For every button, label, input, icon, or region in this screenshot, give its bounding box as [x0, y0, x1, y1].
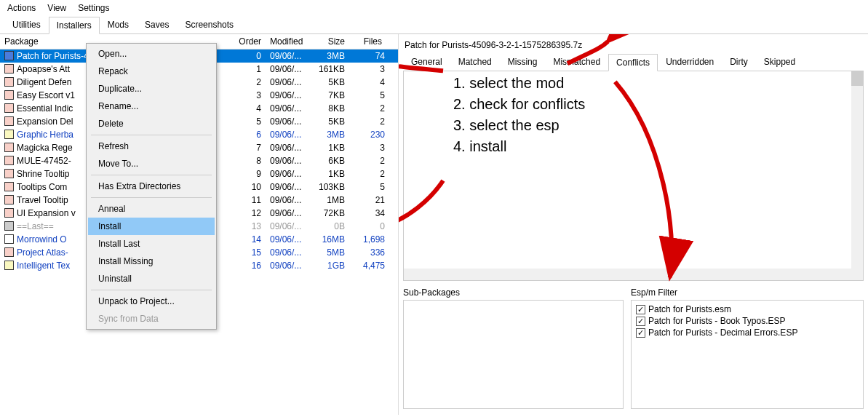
package-order: 13 [233, 220, 266, 233]
col-modified-header[interactable]: Modified [266, 34, 309, 49]
package-modified: 09/06/... [266, 246, 309, 259]
package-checkbox[interactable] [4, 182, 14, 191]
col-order-header[interactable]: Order [233, 34, 266, 49]
package-name: Apoapse's Att [17, 64, 70, 74]
tab-screenshots[interactable]: Screenshots [177, 16, 242, 33]
right-tab-mismatched[interactable]: Mismatched [545, 53, 608, 71]
package-name: Diligent Defen [17, 77, 71, 87]
menu-actions[interactable]: Actions [7, 3, 36, 13]
package-checkbox[interactable] [4, 64, 14, 74]
package-checkbox[interactable] [4, 247, 14, 257]
package-checkbox[interactable] [4, 130, 14, 139]
right-panel: Patch for Purists-45096-3-2-1-1575286395… [399, 34, 868, 415]
menu-item-unpack-to-project[interactable]: Unpack to Project... [88, 293, 215, 310]
menu-item-install-missing[interactable]: Install Missing [88, 253, 215, 270]
package-size: 1KB [309, 141, 349, 154]
sub-packages-box[interactable] [403, 300, 624, 409]
menu-item-open[interactable]: Open... [88, 45, 215, 63]
package-checkbox[interactable] [4, 261, 14, 270]
tab-installers[interactable]: Installers [49, 17, 100, 34]
menu-item-has-extra-directories[interactable]: Has Extra Directories [88, 178, 215, 195]
package-checkbox[interactable] [4, 221, 14, 231]
horizontal-scrollbar[interactable] [404, 269, 851, 280]
esp-checkbox[interactable] [636, 305, 645, 314]
package-checkbox[interactable] [4, 116, 14, 126]
right-tab-conflicts[interactable]: Conflicts [608, 54, 658, 71]
right-tab-underridden[interactable]: Underridden [658, 53, 722, 71]
menu-item-install[interactable]: Install [88, 218, 215, 235]
esp-checkbox[interactable] [636, 328, 645, 338]
esp-checkbox[interactable] [636, 317, 645, 326]
scroll-thumb[interactable] [851, 71, 863, 86]
package-order: 7 [233, 141, 266, 154]
package-checkbox[interactable] [4, 234, 14, 244]
package-name: Tooltips Com [17, 182, 67, 192]
package-size: 3MB [309, 128, 349, 141]
package-modified: 09/06/... [266, 141, 309, 154]
right-tab-matched[interactable]: Matched [450, 53, 500, 71]
right-tab-skipped[interactable]: Skipped [756, 53, 803, 71]
tab-saves[interactable]: Saves [137, 16, 177, 33]
menu-item-install-last[interactable]: Install Last [88, 235, 215, 253]
package-checkbox[interactable] [4, 208, 14, 218]
col-files-header[interactable]: Files [349, 34, 389, 49]
esp-filter-box[interactable]: Patch for Purists.esmPatch for Purists -… [631, 300, 864, 409]
package-checkbox[interactable] [4, 169, 14, 178]
selected-package-title: Patch for Purists-45096-3-2-1-1575286395… [403, 37, 864, 53]
package-order: 0 [233, 49, 266, 63]
tab-mods[interactable]: Mods [100, 16, 137, 33]
esp-item[interactable]: Patch for Purists.esm [636, 303, 859, 315]
package-name: Graphic Herba [17, 130, 73, 140]
package-files: 4,475 [349, 259, 389, 272]
menu-separator [91, 290, 212, 290]
package-name: Travel Tooltip [17, 195, 68, 205]
conflicts-body [403, 71, 864, 281]
main-tabs: UtilitiesInstallersModsSavesScreenshots [0, 16, 868, 34]
menu-item-anneal[interactable]: Anneal [88, 200, 215, 218]
package-modified: 09/06/... [266, 128, 309, 141]
vertical-scrollbar[interactable] [851, 71, 863, 280]
package-modified: 09/06/... [266, 63, 309, 76]
package-size: 1MB [309, 194, 349, 207]
package-modified: 09/06/... [266, 259, 309, 272]
package-order: 14 [233, 233, 266, 246]
menu-settings[interactable]: Settings [78, 3, 109, 13]
right-tab-general[interactable]: General [403, 53, 450, 71]
package-files: 3 [349, 141, 389, 154]
esp-item[interactable]: Patch for Purists - Book Typos.ESP [636, 315, 859, 327]
package-modified: 09/06/... [266, 102, 309, 115]
package-checkbox[interactable] [4, 195, 14, 204]
menu-item-uninstall[interactable]: Uninstall [88, 270, 215, 287]
package-order: 10 [233, 180, 266, 194]
package-files: 0 [349, 220, 389, 233]
package-checkbox[interactable] [4, 156, 14, 165]
menu-item-rename[interactable]: Rename... [88, 98, 215, 115]
package-name: Morrowind O [17, 234, 67, 245]
menu-item-delete[interactable]: Delete [88, 115, 215, 132]
package-checkbox[interactable] [4, 90, 14, 100]
menu-item-refresh[interactable]: Refresh [88, 138, 215, 155]
package-size: 0B [309, 220, 349, 233]
package-checkbox[interactable] [4, 143, 14, 152]
package-checkbox[interactable] [4, 77, 14, 87]
package-checkbox[interactable] [4, 103, 14, 113]
package-name: UI Expansion v [17, 208, 76, 218]
package-files: 2 [349, 102, 389, 115]
menu-item-duplicate[interactable]: Duplicate... [88, 80, 215, 98]
package-files: 336 [349, 246, 389, 259]
col-size-header[interactable]: Size [309, 34, 349, 49]
esp-filter-label: Esp/m Filter [631, 285, 864, 300]
menu-item-move-to[interactable]: Move To... [88, 155, 215, 172]
package-name: Intelligent Tex [17, 261, 70, 271]
package-name: MULE-47452- [17, 156, 71, 166]
menu-view[interactable]: View [47, 3, 66, 13]
menubar: ActionsViewSettings [0, 0, 868, 16]
package-size: 6KB [309, 154, 349, 167]
esp-item[interactable]: Patch for Purists - Decimal Errors.ESP [636, 327, 859, 338]
menu-item-repack[interactable]: Repack [88, 63, 215, 80]
right-tab-missing[interactable]: Missing [500, 53, 546, 71]
tab-utilities[interactable]: Utilities [4, 16, 49, 33]
main-area: Package Order Modified Size Files Patch … [0, 34, 868, 415]
package-checkbox[interactable] [4, 51, 14, 60]
right-tab-dirty[interactable]: Dirty [722, 53, 756, 71]
